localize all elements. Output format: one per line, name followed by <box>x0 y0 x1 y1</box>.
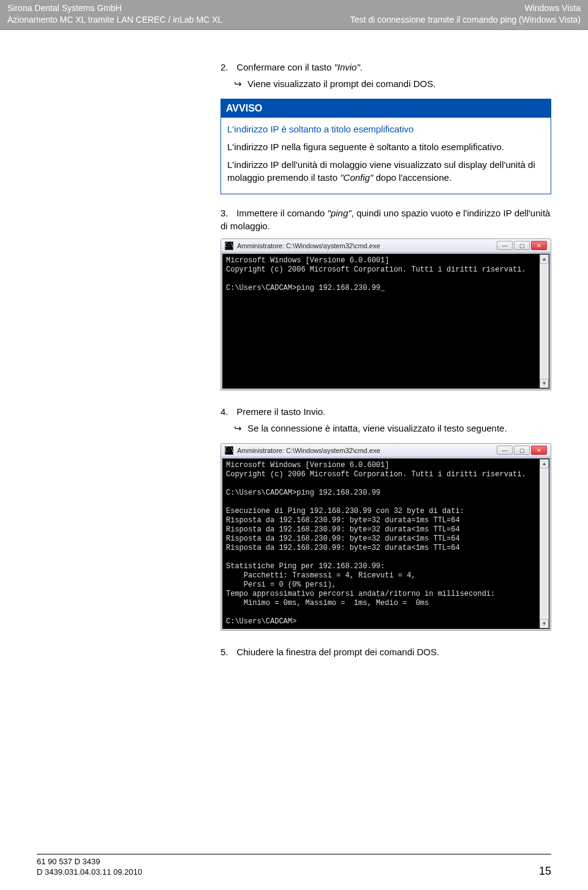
step-4-num: 4. <box>221 405 234 418</box>
step-4: 4. Premere il tasto Invio. <box>221 405 551 418</box>
header-doc-title: Azionamento MC XL tramite LAN CEREC / in… <box>7 14 222 26</box>
step-3-num: 3. <box>221 207 234 219</box>
step-5-num: 5. <box>221 645 234 658</box>
scroll-up-icon[interactable]: ▲ <box>540 459 549 468</box>
scrollbar[interactable]: ▲ ▼ <box>540 254 549 388</box>
page-number: 15 <box>539 865 551 878</box>
step-3-text-a: Immettere il comando <box>236 208 327 218</box>
step-5-text: Chiudere la finestra del prompt dei coma… <box>236 647 439 657</box>
scroll-up-icon[interactable]: ▲ <box>540 254 549 264</box>
notice-p1: L'indirizzo IP nella figura seguente è s… <box>227 140 545 153</box>
page-footer: 61 90 537 D 3439 D 3439.031.04.03.11 09.… <box>0 854 588 878</box>
scroll-down-icon[interactable]: ▼ <box>540 619 549 628</box>
cmd-icon: C:\ <box>225 446 233 455</box>
close-button[interactable]: ✕ <box>531 446 547 455</box>
step-3: 3. Immettere il comando "ping", quindi u… <box>221 207 551 232</box>
notice-p2-c: dopo l'accensione. <box>373 172 451 183</box>
minimize-button[interactable]: — <box>497 241 513 250</box>
console-figure-1: C:\ Amministratore: C:\Windows\system32\… <box>221 238 551 390</box>
step-4-result: Se la connessione è intatta, viene visua… <box>221 422 551 435</box>
console-1-body[interactable]: Microsoft Windows [Versione 6.0.6001] Co… <box>222 254 549 389</box>
step-2-result-text: Viene visualizzato il prompt dei comandi… <box>247 78 435 89</box>
console-2-body[interactable]: Microsoft Windows [Versione 6.0.6001] Co… <box>222 458 549 629</box>
step-5: 5. Chiudere la finestra del prompt dei c… <box>221 645 551 658</box>
step-2-result: Viene visualizzato il prompt dei comandi… <box>221 77 551 90</box>
step-2-key: "Invio" <box>334 62 360 72</box>
notice-title: AVVISO <box>221 99 551 118</box>
step-2-num: 2. <box>221 61 234 74</box>
header-left: Sirona Dental Systems GmbH Azionamento M… <box>7 2 222 26</box>
footer-code-1: 61 90 537 D 3439 <box>37 857 142 867</box>
scroll-down-icon[interactable]: ▼ <box>540 379 549 388</box>
step-3-cmd: "ping" <box>328 208 352 218</box>
step-4-result-text: Se la connessione è intatta, viene visua… <box>247 423 507 433</box>
console-1-titlebar[interactable]: C:\ Amministratore: C:\Windows\system32\… <box>221 239 551 253</box>
maximize-button[interactable]: ▢ <box>514 241 530 250</box>
console-2-titlebar[interactable]: C:\ Amministratore: C:\Windows\system32\… <box>221 444 551 457</box>
header-os: Windows Vista <box>350 2 581 14</box>
header-company: Sirona Dental Systems GmbH <box>7 2 222 14</box>
console-figure-2: C:\ Amministratore: C:\Windows\system32\… <box>221 443 551 631</box>
cmd-icon: C:\ <box>225 242 233 250</box>
header-section: Test di connessione tramite il comando p… <box>350 14 581 26</box>
step-2: 2. Confermare con il tasto "Invio". <box>221 61 551 74</box>
step-4-text: Premere il tasto Invio. <box>236 406 325 417</box>
step-2-text-c: . <box>360 62 363 72</box>
notice-p2: L'indirizzo IP dell'unità di molaggio vi… <box>227 158 545 184</box>
footer-code-2: D 3439.031.04.03.11 09.2010 <box>37 867 142 878</box>
scrollbar[interactable]: ▲ ▼ <box>540 459 549 628</box>
maximize-button[interactable]: ▢ <box>514 446 530 455</box>
notice-box: AVVISO L'indirizzo IP è soltanto a titol… <box>221 99 551 194</box>
console-2-title: Amministratore: C:\Windows\system32\cmd.… <box>237 447 380 454</box>
header-right: Windows Vista Test di connessione tramit… <box>350 2 581 26</box>
minimize-button[interactable]: — <box>497 446 513 455</box>
step-2-text-a: Confermare con il tasto <box>236 62 334 72</box>
console-1-title: Amministratore: C:\Windows\system32\cmd.… <box>237 242 380 249</box>
close-button[interactable]: ✕ <box>531 241 547 250</box>
page-header: Sirona Dental Systems GmbH Azionamento M… <box>0 0 588 30</box>
notice-heading: L'indirizzo IP è soltanto a titolo esemp… <box>227 123 545 135</box>
notice-p2-key: "Config" <box>340 172 373 183</box>
